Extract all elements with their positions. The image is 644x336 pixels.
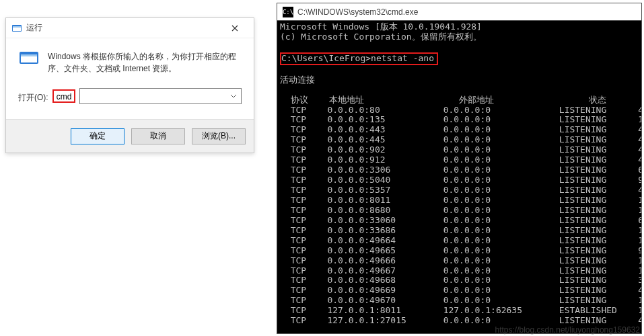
cmd-prompt-line: C:\Users\IceFrog>netstat -ano xyxy=(281,53,434,63)
open-combobox[interactable] xyxy=(79,88,242,104)
browse-button[interactable]: 浏览(B)... xyxy=(192,128,246,144)
open-value-highlight: cmd xyxy=(57,92,72,101)
run-app-icon xyxy=(18,50,40,68)
close-button[interactable] xyxy=(221,19,248,37)
watermark-text: https://blog.csdn.net/liuyonghong159632 xyxy=(495,325,640,335)
close-icon xyxy=(231,25,238,32)
cmd-section-title: 活动连接 xyxy=(280,75,315,85)
run-dialog-buttons: 确定 取消 浏览(B)... xyxy=(6,119,254,153)
cmd-icon: C:\ xyxy=(283,7,293,17)
highlight-box-cmd: cmd xyxy=(52,89,76,103)
svg-rect-5 xyxy=(21,54,37,56)
run-dialog-title: 运行 xyxy=(26,22,221,34)
cancel-button[interactable]: 取消 xyxy=(131,128,185,144)
cmd-titlebar[interactable]: C:\ C:\WINDOWS\system32\cmd.exe xyxy=(277,3,641,21)
chevron-down-icon xyxy=(229,91,238,101)
cmd-output[interactable]: Microsoft Windows [版本 10.0.19041.928] (c… xyxy=(277,21,641,333)
open-label: 打开(O): xyxy=(18,89,48,103)
cmd-window: C:\ C:\WINDOWS\system32\cmd.exe Microsof… xyxy=(277,3,642,334)
ok-button[interactable]: 确定 xyxy=(71,128,124,144)
cmd-window-title: C:\WINDOWS\system32\cmd.exe xyxy=(297,7,418,17)
cmd-table: 协议 本地地址 外部地址 状态 PID TCP 0.0.0.0:80 0.0.0… xyxy=(280,95,641,326)
cmd-line-copyright: (c) Microsoft Corporation。保留所有权利。 xyxy=(280,32,482,42)
cmd-line-version: Microsoft Windows [版本 10.0.19041.928] xyxy=(280,22,482,32)
run-description: Windows 将根据你所输入的名称，为你打开相应的程序、文件夹、文档或 Int… xyxy=(48,50,242,75)
run-dialog: 运行 Windows 将根据你所输入的名称，为你打开相应的程序、文件夹、文档或 … xyxy=(5,17,254,153)
highlight-box-netstat: C:\Users\IceFrog>netstat -ano xyxy=(280,52,438,65)
run-dialog-titlebar[interactable]: 运行 xyxy=(6,18,254,38)
run-icon xyxy=(11,23,22,34)
svg-rect-2 xyxy=(13,26,21,28)
